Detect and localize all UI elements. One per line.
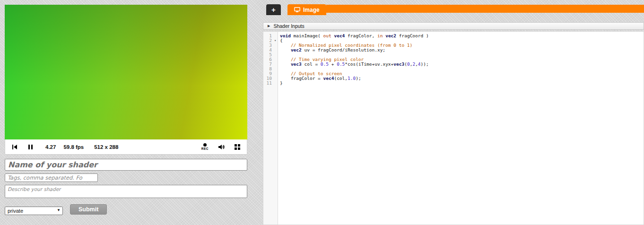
code-line-text: void mainImage( out vec4 fragColor, in v…: [278, 34, 429, 38]
volume-button[interactable]: [218, 144, 225, 150]
visibility-select[interactable]: private: [5, 207, 63, 215]
record-dot-icon: [203, 143, 207, 147]
pause-icon: [28, 144, 33, 150]
code-row[interactable]: 11}: [263, 81, 644, 86]
monitor-icon: [294, 7, 300, 12]
volume-icon: [218, 144, 225, 150]
fold-spacer: [273, 52, 278, 57]
record-label: REC: [201, 147, 209, 150]
skip-to-start-icon: [12, 144, 17, 150]
code-line-text: vec2 uv = fragCoord/iResolution.xy;: [278, 48, 385, 52]
shader-name-input[interactable]: [5, 159, 247, 171]
editor-panel: + Image ▶ Shader Inputs 1void mainImage(…: [263, 0, 644, 225]
playback-controls: 4.27 59.8 fps 512 x 288 REC: [5, 139, 247, 155]
code-editor[interactable]: 1void mainImage( out vec4 fragColor, in …: [263, 31, 644, 225]
code-row[interactable]: 7 vec3 col = 0.5 + 0.5*cos(iTime+uv.xyx+…: [263, 62, 644, 67]
description-textarea[interactable]: [5, 185, 247, 198]
fullscreen-icon: [235, 144, 240, 150]
fold-spacer: [273, 76, 278, 81]
tab-image-label: Image: [303, 7, 320, 13]
code-row[interactable]: 1void mainImage( out vec4 fragColor, in …: [263, 34, 644, 38]
fold-spacer: [273, 43, 278, 48]
pause-button[interactable]: [28, 144, 33, 150]
tab-image[interactable]: Image: [287, 4, 326, 15]
preview-panel: 4.27 59.8 fps 512 x 288 REC: [5, 5, 247, 215]
fps-display: 59.8 fps: [63, 144, 84, 150]
fold-spacer: [273, 67, 278, 71]
fold-spacer: [273, 48, 278, 52]
triangle-right-icon: ▶: [268, 24, 270, 28]
code-line-text: fragColor = vec4(col,1.0);: [278, 76, 361, 81]
submit-button[interactable]: Submit: [70, 204, 107, 215]
fold-spacer: [273, 57, 278, 62]
add-tab-button[interactable]: +: [266, 4, 281, 15]
fold-spacer: [273, 62, 278, 67]
tags-input[interactable]: [5, 173, 98, 182]
code-line-text: }: [278, 81, 283, 86]
shader-inputs-label: Shader Inputs: [273, 23, 304, 29]
fold-spacer: [273, 34, 278, 38]
visibility-select-wrap: private ▼: [5, 206, 63, 215]
code-row[interactable]: 4 vec2 uv = fragCoord/iResolution.xy;: [263, 48, 644, 52]
code-lines: 1void mainImage( out vec4 fragColor, in …: [263, 34, 644, 86]
code-line-text: vec3 col = 0.5 + 0.5*cos(iTime+uv.xyx+ve…: [278, 62, 429, 67]
tab-accent-strip: [326, 5, 644, 13]
fold-spacer: [273, 81, 278, 86]
code-row[interactable]: 10 fragColor = vec4(col,1.0);: [263, 76, 644, 81]
line-number: 11: [263, 81, 273, 86]
resolution-display: 512 x 288: [94, 144, 118, 150]
tab-bar: + Image: [263, 4, 644, 16]
fold-arrow-icon[interactable]: ▾: [273, 38, 278, 43]
page-background: { "window": { "background": "#d8d8d8" },…: [0, 0, 644, 225]
record-button[interactable]: REC: [201, 143, 209, 150]
rewind-button[interactable]: [12, 144, 17, 150]
shader-inputs-bar[interactable]: ▶ Shader Inputs: [263, 22, 644, 30]
time-display: 4.27: [45, 144, 56, 150]
shader-canvas[interactable]: [5, 5, 247, 139]
fold-spacer: [273, 71, 278, 76]
fullscreen-button[interactable]: [235, 144, 240, 150]
publish-row: private ▼ Submit: [5, 204, 247, 215]
